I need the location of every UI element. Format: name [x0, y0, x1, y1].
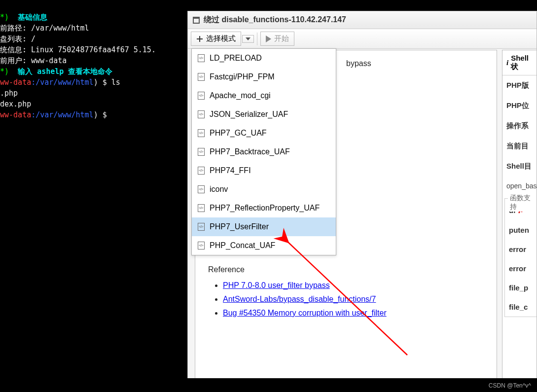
mode-option-label: PHP7_GC_UAF [210, 129, 267, 138]
reference-item: PHP 7.0-8.0 user_filter bypass [223, 281, 484, 290]
code-file-icon [198, 223, 205, 231]
term-file2: dex.php [0, 100, 31, 108]
reference-link[interactable]: AntSword-Labs/bypass_disable_functions/7 [223, 295, 376, 303]
bypass-window: 绕过 disable_functions-110.42.247.147 选择模式… [187, 11, 537, 378]
mode-option-label: LD_PRELOAD [210, 54, 262, 63]
mode-option-label: PHP74_FFI [210, 166, 251, 175]
reference-item: AntSword-Labs/bypass_disable_functions/7 [223, 295, 484, 304]
code-file-icon [198, 92, 205, 100]
func-row: file_p [505, 278, 537, 297]
terminal-panel: *) 基础信息 前路径: /var/www/html 盘列表: / 统信息: L… [0, 0, 187, 378]
prompt-path2: :/var/www/html [31, 110, 93, 119]
mode-option-iconv[interactable]: iconv [192, 180, 336, 199]
window-titlebar[interactable]: 绕过 disable_functions-110.42.247.147 [188, 11, 537, 29]
mode-option-label: iconv [210, 185, 228, 194]
term-path-label: 前路径: [0, 24, 27, 33]
mode-option-php-concat-uaf[interactable]: PHP_Concat_UAF [192, 236, 336, 255]
prompt-dollar2: $ [98, 110, 111, 119]
chevron-down-icon [246, 37, 251, 40]
term-star: *) [0, 13, 9, 22]
code-file-icon [198, 54, 205, 62]
mode-option-php7-userfilter[interactable]: PHP7_UserFilter [192, 217, 336, 236]
sidepanel-row: 当前目 [502, 136, 537, 156]
code-file-icon [198, 242, 205, 249]
toolbar: 选择模式 LD_PRELOADFastcgi/PHP_FPMApache_mod… [188, 29, 537, 49]
term-sys: Linux 750248776faa4f67 5.15. [31, 45, 156, 54]
term-user: www-data [31, 56, 67, 65]
prompt-user: ww-data [0, 78, 31, 87]
window-icon [193, 17, 200, 24]
term-basicinfo: 基础信息 [18, 13, 47, 22]
mode-option-label: PHP7_Backtrace_UAF [210, 147, 290, 156]
select-mode-button[interactable]: 选择模式 [191, 32, 241, 46]
term-sys-label: 统信息: [0, 45, 27, 54]
term-help-rest: 查看本地命令 [68, 67, 112, 76]
term-disk-label: 盘列表: [0, 35, 27, 43]
mode-option-ld-preload[interactable]: LD_PRELOAD [192, 49, 336, 68]
code-file-icon [198, 129, 205, 137]
cmd-ls: ls [111, 78, 120, 87]
mode-option-label: Apache_mod_cgi [210, 91, 271, 100]
mode-option-php7-reflectionproperty-uaf[interactable]: PHP7_ReflectionProperty_UAF [192, 199, 336, 217]
mode-option-label: JSON_Serializer_UAF [210, 110, 288, 119]
mode-dropdown[interactable]: LD_PRELOADFastcgi/PHP_FPMApache_mod_cgiJ… [191, 48, 336, 255]
reference-list: PHP 7.0-8.0 user_filter bypassAntSword-L… [223, 281, 484, 318]
code-file-icon [198, 167, 205, 175]
term-disk: / [31, 35, 36, 43]
mode-option-label: PHP7_ReflectionProperty_UAF [210, 204, 320, 213]
mode-option-apache-mod-cgi[interactable]: Apache_mod_cgi [192, 86, 336, 105]
prompt-dollar: $ [98, 78, 111, 87]
start-label: 开始 [274, 34, 289, 43]
reference-link[interactable]: Bug #54350 Memory corruption with user_f… [223, 309, 387, 317]
term-help-cmd: ashelp [37, 67, 64, 76]
toolbar-separator [257, 33, 257, 45]
select-mode-chevron[interactable] [242, 35, 254, 43]
sidepanel-title: Shell状 [511, 54, 533, 71]
prompt-paren: ) [94, 78, 98, 87]
mode-option-label: PHP_Concat_UAF [210, 241, 275, 250]
start-button[interactable]: 开始 [260, 32, 294, 46]
mode-option-fastcgi-php-fpm[interactable]: Fastcgi/PHP_FPM [192, 68, 336, 86]
shell-status-panel: i Shell状 PHP版PHP位操作系当前目Shell目 open_bas 函… [502, 50, 537, 378]
select-mode-label: 选择模式 [206, 34, 236, 43]
mode-option-json-serializer-uaf[interactable]: JSON_Serializer_UAF [192, 105, 336, 124]
mode-option-php7-gc-uaf[interactable]: PHP7_GC_UAF [192, 124, 336, 143]
reference-link[interactable]: PHP 7.0-8.0 user_filter bypass [223, 281, 330, 289]
term-help-input: 输入 [18, 67, 33, 76]
func-row: error [505, 240, 537, 259]
watermark: CSDN @Ten^v^ [489, 382, 531, 389]
term-user-label: 前用户: [0, 56, 27, 65]
play-icon [266, 36, 271, 42]
func-row: error [505, 259, 537, 278]
prompt-path: :/var/www/html [31, 78, 93, 87]
plus-icon [196, 36, 203, 42]
code-file-icon [198, 148, 205, 156]
term-file1: .php [0, 89, 18, 98]
sidepanel-row: Shell目 [502, 156, 537, 177]
func-row: puten [505, 220, 537, 240]
mode-option-label: Fastcgi/PHP_FPM [210, 72, 275, 81]
code-file-icon [198, 73, 205, 81]
info-icon: i [506, 59, 508, 67]
sidepanel-row: 操作系 [502, 116, 537, 136]
openbase-row: open_bas [502, 177, 537, 195]
mode-option-php7-backtrace-uaf[interactable]: PHP7_Backtrace_UAF [192, 143, 336, 161]
sidepanel-header: i Shell状 [502, 50, 537, 75]
mode-option-php74-ffi[interactable]: PHP74_FFI [192, 161, 336, 180]
code-file-icon [198, 185, 205, 193]
prompt-user2: ww-data [0, 110, 31, 119]
func-row: file_c [505, 297, 537, 317]
window-title: 绕过 disable_functions-110.42.247.147 [204, 15, 346, 25]
term-help-star: *) [0, 67, 9, 76]
term-path: /var/www/html [31, 24, 89, 33]
sidepanel-row: PHP位 [502, 96, 537, 116]
func-group-label: 函数支持 [508, 194, 537, 212]
func-support-group: 函数支持 dl ✗putenerrorerrorfile_pfile_c [504, 198, 537, 317]
reference-heading: Reference [208, 265, 484, 274]
code-file-icon [198, 110, 205, 118]
reference-item: Bug #54350 Memory corruption with user_f… [223, 309, 484, 318]
prompt-paren2: ) [94, 110, 98, 119]
mode-option-label: PHP7_UserFilter [210, 222, 269, 231]
sidepanel-row: PHP版 [502, 75, 537, 96]
code-file-icon [198, 204, 205, 212]
